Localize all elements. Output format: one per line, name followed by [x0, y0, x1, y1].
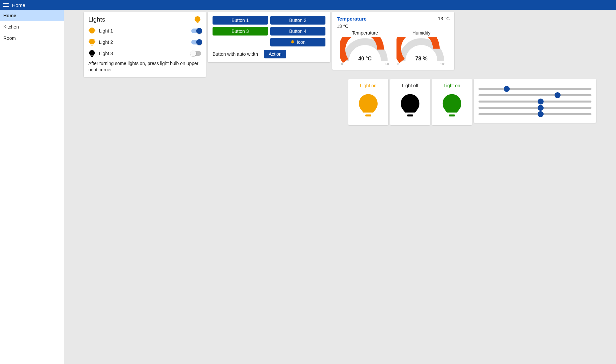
lights-card: Lights Light 1 — [84, 12, 206, 77]
sliders-card — [474, 79, 596, 123]
gauge-temperature: Temperature 40 °C 0 50 — [338, 30, 392, 66]
action-button[interactable]: Action — [264, 50, 286, 58]
light-row-2: Light 2 — [88, 36, 201, 48]
light-1-toggle[interactable] — [191, 29, 201, 33]
bulb-icon — [88, 27, 96, 35]
light-label: Light 1 — [99, 28, 113, 34]
gauge-max: 50 — [386, 62, 389, 66]
slider-2[interactable] — [479, 94, 591, 96]
light-label: Light 2 — [99, 39, 113, 45]
gauge-label: Temperature — [338, 30, 392, 36]
bulb-icon — [88, 38, 96, 46]
button-1[interactable]: Button 1 — [213, 16, 268, 25]
slider-3[interactable] — [479, 101, 591, 103]
sidebar-item-kitchen[interactable]: Kitchen — [0, 21, 64, 33]
bulb-icon — [88, 50, 96, 57]
sidebar-item-room[interactable]: Room — [0, 33, 64, 44]
gauge-label: Humidity — [395, 30, 448, 36]
lights-card-title: Lights — [88, 16, 105, 23]
bulb-icon[interactable] — [194, 16, 201, 23]
buttons-card: Button 1 Button 2 Button 3 Button 4 Icon… — [208, 12, 330, 62]
tile-light-on-green[interactable]: Light on — [432, 79, 472, 125]
auto-width-label: Button with auto width — [213, 51, 258, 57]
bulb-icon — [398, 90, 422, 120]
temperature-card: Temperature 13 °C 13 °C Temperature 40 °… — [332, 12, 454, 70]
gauge-humidity: Humidity 78 % 0 100 — [395, 30, 448, 66]
tile-light-on[interactable]: Light on — [348, 79, 388, 125]
bulb-icon — [356, 90, 381, 120]
sidebar: Home Kitchen Room — [0, 10, 64, 364]
tile-title: Light on — [437, 83, 467, 88]
slider-1[interactable] — [479, 88, 591, 90]
sidebar-item-home[interactable]: Home — [0, 10, 64, 21]
slider-4[interactable] — [479, 107, 591, 109]
lights-hint: After turning some lights on, press ligh… — [88, 60, 201, 73]
bulb-icon — [440, 90, 464, 120]
button-2[interactable]: Button 2 — [270, 16, 326, 25]
light-row-3: Light 3 — [88, 48, 201, 59]
tile-light-off[interactable]: Light off — [390, 79, 430, 125]
gauge-max: 100 — [440, 62, 445, 66]
bell-icon — [290, 40, 295, 44]
tile-title: Light on — [353, 83, 384, 88]
temperature-title: Temperature — [337, 16, 367, 22]
light-3-toggle[interactable] — [191, 51, 201, 56]
button-3[interactable]: Button 3 — [213, 27, 268, 36]
light-2-toggle[interactable] — [191, 40, 201, 44]
button-4[interactable]: Button 4 — [270, 27, 326, 36]
slider-5[interactable] — [479, 113, 591, 115]
tile-title: Light off — [395, 83, 425, 88]
menu-icon[interactable] — [3, 2, 9, 8]
light-label: Light 3 — [99, 51, 113, 56]
temperature-value: 13 °C — [438, 16, 450, 21]
gauge-min: 0 — [341, 62, 343, 66]
button-icon-label: Icon — [297, 39, 306, 45]
button-icon[interactable]: Icon — [270, 38, 326, 46]
main-content: Lights Light 1 — [64, 10, 616, 364]
temperature-subtitle: 13 °C — [337, 24, 450, 29]
page-title: Home — [12, 2, 25, 8]
gauge-min: 0 — [397, 62, 399, 66]
topbar: Home — [0, 0, 616, 10]
light-row-1: Light 1 — [88, 25, 201, 36]
